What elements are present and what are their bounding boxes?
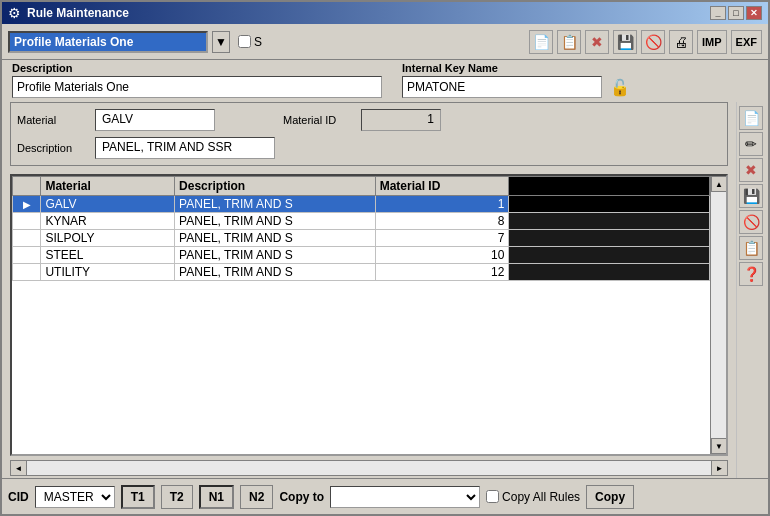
- vertical-scrollbar[interactable]: ▲ ▼: [710, 176, 726, 454]
- cell-material: SILPOLY: [41, 230, 175, 247]
- window-controls: _ □ ✕: [710, 6, 762, 20]
- cell-material: UTILITY: [41, 264, 175, 281]
- data-grid: Material Description Material ID ▶GALVPA…: [12, 176, 710, 281]
- cell-material: STEEL: [41, 247, 175, 264]
- sidebar-new-btn[interactable]: 📄: [739, 106, 763, 130]
- main-window: ⚙ Rule Maintenance _ □ ✕ Profile Materia…: [0, 0, 770, 516]
- description-input[interactable]: [12, 76, 382, 98]
- grid-col-description[interactable]: Description: [175, 177, 376, 196]
- material-id-value: 1: [361, 109, 441, 131]
- scroll-right-button[interactable]: ►: [711, 461, 727, 475]
- export-button[interactable]: EXF: [731, 30, 762, 54]
- row-indicator: [13, 247, 41, 264]
- cell-extra: [509, 264, 710, 281]
- import-button[interactable]: IMP: [697, 30, 727, 54]
- scroll-up-button[interactable]: ▲: [711, 176, 727, 192]
- cell-extra: [509, 213, 710, 230]
- sidebar-cancel-btn[interactable]: 🚫: [739, 210, 763, 234]
- scroll-down-button[interactable]: ▼: [711, 438, 727, 454]
- horizontal-scroll-track[interactable]: [27, 461, 711, 475]
- new-button[interactable]: 📄: [529, 30, 553, 54]
- close-button[interactable]: ✕: [746, 6, 762, 20]
- t1-button[interactable]: T1: [121, 485, 155, 509]
- cell-extra: [509, 196, 710, 213]
- table-row[interactable]: SILPOLYPANEL, TRIM AND S7: [13, 230, 710, 247]
- internal-key-input[interactable]: [402, 76, 602, 98]
- table-row[interactable]: STEELPANEL, TRIM AND S10: [13, 247, 710, 264]
- horizontal-scrollbar[interactable]: ◄ ►: [10, 460, 728, 476]
- cell-description: PANEL, TRIM AND S: [175, 264, 376, 281]
- grid-col-extra: [509, 177, 710, 196]
- description-field-row: Description PANEL, TRIM AND SSR: [17, 137, 721, 159]
- cell-extra: [509, 230, 710, 247]
- cell-material: GALV: [41, 196, 175, 213]
- copy-to-label: Copy to: [279, 490, 324, 504]
- sidebar-delete-btn[interactable]: ✖: [739, 158, 763, 182]
- material-id-label: Material ID: [283, 114, 353, 126]
- n1-button[interactable]: N1: [199, 485, 234, 509]
- sidebar-help-btn[interactable]: ❓: [739, 262, 763, 286]
- material-label: Material: [17, 114, 87, 126]
- row-indicator: [13, 213, 41, 230]
- cell-description: PANEL, TRIM AND S: [175, 230, 376, 247]
- s-checkbox[interactable]: [238, 35, 251, 48]
- toolbar: Profile Materials One ▼ S 📄 📋 ✖ 💾 🚫 🖨 IM…: [2, 24, 768, 60]
- sidebar-save-btn[interactable]: 💾: [739, 184, 763, 208]
- n2-button[interactable]: N2: [240, 485, 273, 509]
- material-row: Material GALV Material ID 1: [17, 109, 721, 131]
- table-row[interactable]: UTILITYPANEL, TRIM AND S12: [13, 264, 710, 281]
- maximize-button[interactable]: □: [728, 6, 744, 20]
- cell-description: PANEL, TRIM AND S: [175, 196, 376, 213]
- copy-button[interactable]: Copy: [586, 485, 634, 509]
- print-button[interactable]: 🖨: [669, 30, 693, 54]
- profile-dropdown-arrow[interactable]: ▼: [212, 31, 230, 53]
- copy-all-label: Copy All Rules: [486, 490, 580, 504]
- grid-indicator-header: [13, 177, 41, 196]
- cell-extra: [509, 247, 710, 264]
- grid-col-material-id[interactable]: Material ID: [375, 177, 509, 196]
- sidebar-copy-btn[interactable]: 📋: [739, 236, 763, 260]
- cell-material-id: 12: [375, 264, 509, 281]
- cell-material-id: 7: [375, 230, 509, 247]
- title-bar: ⚙ Rule Maintenance _ □ ✕: [2, 2, 768, 24]
- bottom-bar: CID MASTER T1 T2 N1 N2 Copy to Copy All …: [2, 478, 768, 514]
- internal-key-label: Internal Key Name: [402, 62, 630, 74]
- copy-to-selector[interactable]: [330, 486, 480, 508]
- save-button[interactable]: 💾: [613, 30, 637, 54]
- cell-material: KYNAR: [41, 213, 175, 230]
- grid-wrapper: Material Description Material ID ▶GALVPA…: [10, 174, 728, 456]
- right-sidebar: 📄 ✏ ✖ 💾 🚫 📋 ❓: [736, 102, 768, 478]
- profile-selector[interactable]: Profile Materials One: [8, 31, 208, 53]
- edit-button[interactable]: 📋: [557, 30, 581, 54]
- app-icon: ⚙: [8, 5, 21, 21]
- cancel-button[interactable]: 🚫: [641, 30, 665, 54]
- grid-container[interactable]: Material Description Material ID ▶GALVPA…: [12, 176, 710, 454]
- table-row[interactable]: ▶GALVPANEL, TRIM AND S1: [13, 196, 710, 213]
- scroll-track[interactable]: [711, 192, 726, 438]
- window-title: Rule Maintenance: [27, 6, 129, 20]
- description-group: Description: [12, 62, 382, 98]
- minimize-button[interactable]: _: [710, 6, 726, 20]
- grid-col-material[interactable]: Material: [41, 177, 175, 196]
- scroll-left-button[interactable]: ◄: [11, 461, 27, 475]
- row-indicator: [13, 230, 41, 247]
- cell-material-id: 10: [375, 247, 509, 264]
- t2-button[interactable]: T2: [161, 485, 193, 509]
- lock-icon: 🔓: [610, 78, 630, 97]
- cid-selector[interactable]: MASTER: [35, 486, 115, 508]
- copy-all-checkbox[interactable]: [486, 490, 499, 503]
- cid-label: CID: [8, 490, 29, 504]
- content-with-sidebar: Material GALV Material ID 1 Description …: [2, 102, 768, 478]
- delete-button[interactable]: ✖: [585, 30, 609, 54]
- desc-field-value: PANEL, TRIM AND SSR: [95, 137, 275, 159]
- cell-description: PANEL, TRIM AND S: [175, 213, 376, 230]
- desc-row: Description Internal Key Name 🔓: [2, 60, 768, 102]
- material-value: GALV: [95, 109, 215, 131]
- main-area: Material GALV Material ID 1 Description …: [2, 102, 736, 478]
- sidebar-edit-btn[interactable]: ✏: [739, 132, 763, 156]
- cell-material-id: 1: [375, 196, 509, 213]
- table-row[interactable]: KYNARPANEL, TRIM AND S8: [13, 213, 710, 230]
- desc-field-label: Description: [17, 142, 87, 154]
- description-label: Description: [12, 62, 382, 74]
- internal-key-group: Internal Key Name 🔓: [402, 62, 630, 98]
